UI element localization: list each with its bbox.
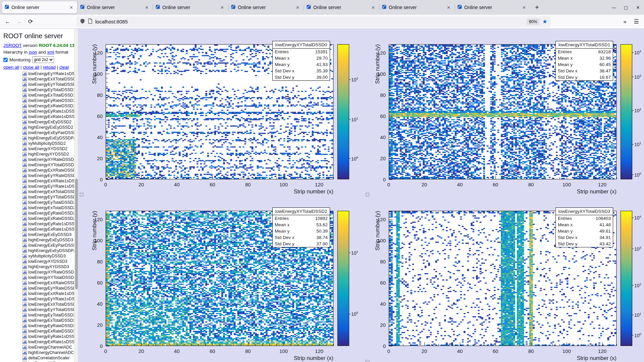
tree-item[interactable]: lowEnergyEyYTotalDSSD2 xyxy=(3,194,78,200)
tree-item[interactable]: highEnergyExEyDSSD3 xyxy=(3,237,78,243)
tree-item[interactable]: lowEnergyEyYRate1sDSSD2 xyxy=(3,184,78,189)
tree-item[interactable]: lowEnergyEyTotalDSSD3 xyxy=(3,312,78,318)
tree-item[interactable]: lowEnergyXYRateDSSD3 xyxy=(3,269,78,275)
tree-item[interactable]: lowEnergyExTotalDSSD3 xyxy=(3,318,78,323)
tree-item[interactable]: lowEnergyEyRateDSSD2 xyxy=(3,210,78,216)
bookmark-star-icon[interactable]: ★ xyxy=(542,18,547,25)
plot-pad[interactable]: 020406080100120020406080100120Strip numb… xyxy=(78,195,361,362)
tree-item[interactable]: lowEnergyEyTotalDSSD2 xyxy=(3,200,78,205)
tree-item[interactable]: lowEnergyEyRate1sDSSD2 xyxy=(3,221,78,227)
tree-item[interactable]: lowEnergyXYRateDSSD2 xyxy=(3,157,78,162)
tab-close-icon[interactable]: ✕ xyxy=(219,5,225,10)
tree-item[interactable]: lowEnergyXYTotalDSSD2 xyxy=(3,162,78,168)
tree-item[interactable]: lowEnergyEyYTotalDSSD1 xyxy=(3,82,78,87)
stats-box[interactable]: lowEnergyXYTotalDSSD0Entries15391Mean x2… xyxy=(272,41,330,81)
tree-item[interactable]: lowEnergyEyYTotalDSSD3 xyxy=(3,307,78,312)
tree-item[interactable]: lowEnergyExTotalDSSD1 xyxy=(3,93,78,98)
tree-item[interactable]: lowEnergyEyRate1sDSSD3 xyxy=(3,334,78,339)
tree-action-open-all[interactable]: open all xyxy=(3,65,19,70)
tree-item[interactable]: lowEnergyExRate1sDSSD2 xyxy=(3,227,78,232)
close-window-button[interactable]: ✕ xyxy=(632,0,644,15)
jsroot-link[interactable]: JSROOT xyxy=(3,43,22,48)
tree-item[interactable]: lowEnergyChannelADC xyxy=(3,345,78,350)
browser-tab[interactable]: Online server✕ xyxy=(379,1,454,13)
stats-box[interactable]: lowEnergyXYTotalDSSD3Entries106403Mean x… xyxy=(555,207,613,247)
new-tab-button[interactable]: + xyxy=(532,2,542,13)
stats-box[interactable]: lowEnergyXYTotalDSSD1Entries83218Mean x3… xyxy=(555,41,613,81)
tree-item[interactable]: lowEnergyExRateDSSD1 xyxy=(3,103,78,109)
tree-item[interactable]: lowEnergyExRate1sDSSD3 xyxy=(3,339,78,345)
tree-item[interactable]: lowEnergyExXTotalDSSD2 xyxy=(3,189,78,194)
browser-tab[interactable]: Online server✕ xyxy=(2,1,77,13)
tree-item[interactable]: highEnergyXYDSSD2 xyxy=(3,152,78,157)
json-link[interactable]: json xyxy=(29,50,37,55)
tree-item[interactable]: highEnergyXYDSSD3 xyxy=(3,264,78,269)
tree-item[interactable]: lowEnergyExXRateDSSD2 xyxy=(3,168,78,173)
back-button[interactable]: ← xyxy=(3,17,13,27)
tab-close-icon[interactable]: ✕ xyxy=(370,5,376,10)
tree-item[interactable]: xyMultiplicityDSSD2 xyxy=(3,141,78,146)
tree-item[interactable]: xyMultiplicityDSSD3 xyxy=(3,253,78,259)
tree-item[interactable]: lowEnergyExEyDSSD2 xyxy=(3,119,78,125)
tree-action-reload[interactable]: reload xyxy=(43,65,56,70)
grid-splitter[interactable] xyxy=(366,193,369,196)
reload-button[interactable]: ⟳ xyxy=(25,17,36,27)
grid-splitter[interactable] xyxy=(366,360,369,362)
url-bar[interactable]: localhost:8085 90% ★ xyxy=(76,16,551,27)
tree-item[interactable]: lowEnergyEyRateDSSD1 xyxy=(3,98,78,103)
url-text[interactable]: localhost:8085 xyxy=(95,19,524,24)
scrollbar-thumb[interactable] xyxy=(75,179,78,289)
tree-item[interactable]: lowEnergyEyYRateDSSD3 xyxy=(3,286,78,291)
page-icon[interactable] xyxy=(88,18,93,25)
browser-tab[interactable]: Online server✕ xyxy=(455,1,530,13)
tab-close-icon[interactable]: ✕ xyxy=(294,5,301,10)
tree-item[interactable]: highEnergyExEyDSSDPair3 xyxy=(3,248,78,253)
tree-item[interactable]: lowEnergyExRate1sDSSD1 xyxy=(3,114,78,119)
app-menu-button[interactable]: ☰ xyxy=(631,17,641,27)
tree-item[interactable]: lowEnergyExRateDSSD3 xyxy=(3,328,78,334)
tree-item[interactable]: deltaCorrelationScaler xyxy=(3,355,78,361)
browser-tab[interactable]: Online server✕ xyxy=(228,1,304,13)
tree-item[interactable]: lowEnergyHitPattern xyxy=(3,361,78,362)
tree-item[interactable]: lowEnergyExTotalDSSD2 xyxy=(3,205,78,210)
tree-item[interactable]: lowEnergyExEyPairDSSD2 xyxy=(3,130,78,135)
browser-tab[interactable]: Online server✕ xyxy=(304,1,379,13)
tree-item[interactable]: lowEnergyExXRate1sDSSD3 xyxy=(3,291,78,296)
tab-close-icon[interactable]: ✕ xyxy=(68,5,74,10)
plot-pad[interactable]: 020406080100120020406080100120Strip numb… xyxy=(361,29,644,195)
monitoring-checkbox[interactable] xyxy=(3,58,8,62)
tree-item[interactable]: lowEnergyXYDSSD3 xyxy=(3,259,78,264)
tree-action-close-all[interactable]: close all xyxy=(23,65,39,70)
tree-item[interactable]: lowEnergyExXRate1sDSSD2 xyxy=(3,178,78,184)
tree-item[interactable]: lowEnergyXYTotalDSSD3 xyxy=(3,275,78,280)
tree-item[interactable]: highEnergyExEyDSSDPair2 xyxy=(3,135,78,141)
tree-item[interactable]: lowEnergyExEyPairDSSD3 xyxy=(3,243,78,248)
tree-item[interactable]: lowEnergyEyYRateDSSD2 xyxy=(3,173,78,178)
tree-item[interactable]: lowEnergyExXRateDSSD3 xyxy=(3,280,78,286)
tree-item[interactable]: highEnergyChannelADC xyxy=(3,350,78,355)
tree-item[interactable]: lowEnergyExXTotalDSSD1 xyxy=(3,76,78,82)
plot-pad[interactable]: 020406080100120020406080100120Strip numb… xyxy=(361,195,644,362)
maximize-button[interactable]: ▢ xyxy=(620,0,632,15)
tree-item[interactable]: lowEnergyEyRate1sDSSD1 xyxy=(3,109,78,114)
zoom-indicator[interactable]: 90% xyxy=(527,18,540,25)
tree-item[interactable]: lowEnergyExRateDSSD2 xyxy=(3,216,78,221)
minimize-button[interactable]: — xyxy=(608,0,620,15)
tree-item[interactable]: lowEnergyEyRateDSSD3 xyxy=(3,323,78,328)
tab-close-icon[interactable]: ✕ xyxy=(445,5,452,10)
tab-close-icon[interactable]: ✕ xyxy=(521,5,527,10)
tree-item[interactable]: highEnergyExEyDSSD2 xyxy=(3,125,78,130)
stats-box[interactable]: lowEnergyXYTotalDSSD2Entries10892Mean x5… xyxy=(272,207,330,247)
tab-close-icon[interactable]: ✕ xyxy=(144,5,150,10)
tree-item[interactable]: lowEnergyEyYRate1sDSSD1 xyxy=(3,71,78,76)
overflow-menu-button[interactable]: » xyxy=(620,17,630,27)
plot-pad[interactable]: 020406080100120020406080100120Strip numb… xyxy=(78,29,361,195)
layout-select[interactable]: grid 2x2 xyxy=(32,56,54,63)
browser-tab[interactable]: Online server✕ xyxy=(153,1,228,13)
tree-action-clear[interactable]: clear xyxy=(59,65,69,70)
tree-item[interactable]: lowEnergyExXTotalDSSD3 xyxy=(3,302,78,307)
tree-item[interactable]: lowEnergyExEyDSSD3 xyxy=(3,232,78,237)
tree-item[interactable]: lowEnergyXYDSSD2 xyxy=(3,146,78,152)
sidebar-scrollbar[interactable] xyxy=(74,29,78,362)
xml-link[interactable]: xml xyxy=(47,50,54,55)
